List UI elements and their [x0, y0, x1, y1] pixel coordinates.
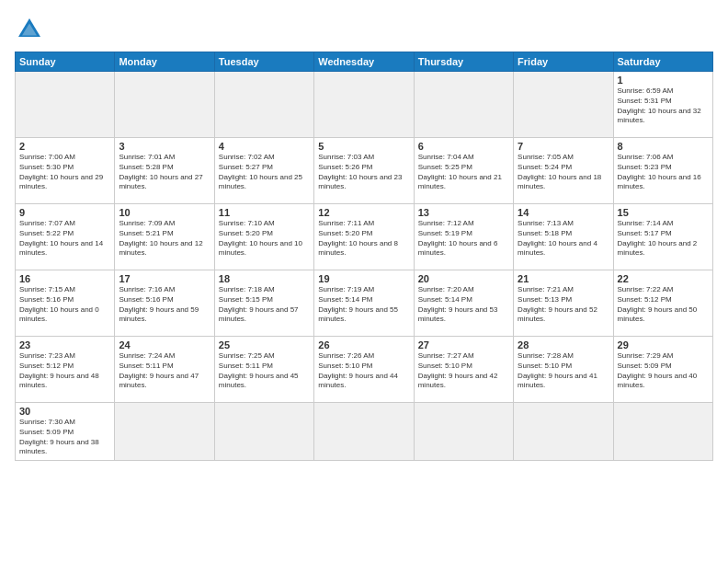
day-cell: 5Sunrise: 7:03 AMSunset: 5:26 PMDaylight… — [314, 138, 414, 204]
day-number: 9 — [19, 207, 110, 218]
day-cell: 28Sunrise: 7:28 AMSunset: 5:10 PMDayligh… — [514, 337, 613, 403]
day-cell: 14Sunrise: 7:13 AMSunset: 5:18 PMDayligh… — [514, 204, 613, 270]
day-cell: 9Sunrise: 7:07 AMSunset: 5:22 PMDaylight… — [16, 204, 115, 270]
day-info: Sunrise: 7:02 AMSunset: 5:27 PMDaylight:… — [219, 153, 310, 192]
day-info: Sunrise: 7:22 AMSunset: 5:12 PMDaylight:… — [618, 285, 709, 325]
day-number: 26 — [318, 339, 409, 350]
day-number: 5 — [318, 141, 409, 152]
day-info: Sunrise: 7:11 AMSunset: 5:20 PMDaylight:… — [318, 219, 409, 259]
day-info: Sunrise: 7:16 AMSunset: 5:16 PMDaylight:… — [119, 285, 210, 325]
day-cell: 19Sunrise: 7:19 AMSunset: 5:14 PMDayligh… — [314, 270, 414, 337]
day-info: Sunrise: 7:15 AMSunset: 5:16 PMDaylight:… — [19, 285, 110, 325]
day-info: Sunrise: 7:23 AMSunset: 5:12 PMDaylight:… — [19, 351, 110, 391]
day-cell — [314, 403, 414, 461]
day-info: Sunrise: 7:18 AMSunset: 5:15 PMDaylight:… — [219, 285, 310, 325]
day-number: 27 — [418, 339, 509, 350]
day-number: 14 — [518, 207, 609, 218]
weekday-wednesday: Wednesday — [314, 52, 414, 72]
day-cell: 30Sunrise: 7:30 AMSunset: 5:09 PMDayligh… — [16, 403, 115, 461]
day-info: Sunrise: 7:07 AMSunset: 5:22 PMDaylight:… — [19, 219, 110, 259]
day-cell: 7Sunrise: 7:05 AMSunset: 5:24 PMDaylight… — [514, 138, 613, 204]
week-row-5: 23Sunrise: 7:23 AMSunset: 5:12 PMDayligh… — [16, 337, 713, 403]
day-cell: 13Sunrise: 7:12 AMSunset: 5:19 PMDayligh… — [414, 204, 513, 270]
day-info: Sunrise: 7:01 AMSunset: 5:28 PMDaylight:… — [119, 153, 210, 192]
day-info: Sunrise: 7:26 AMSunset: 5:10 PMDaylight:… — [318, 351, 409, 391]
day-info: Sunrise: 7:25 AMSunset: 5:11 PMDaylight:… — [219, 351, 310, 391]
day-number: 15 — [618, 207, 709, 218]
day-cell: 20Sunrise: 7:20 AMSunset: 5:14 PMDayligh… — [414, 270, 513, 337]
day-cell — [414, 72, 513, 138]
day-info: Sunrise: 7:09 AMSunset: 5:21 PMDaylight:… — [119, 219, 210, 259]
day-info: Sunrise: 7:30 AMSunset: 5:09 PMDaylight:… — [19, 418, 110, 457]
logo — [15, 15, 48, 44]
weekday-saturday: Saturday — [613, 52, 712, 72]
day-cell: 18Sunrise: 7:18 AMSunset: 5:15 PMDayligh… — [214, 270, 313, 337]
day-cell — [115, 403, 214, 461]
week-row-1: 1Sunrise: 6:59 AMSunset: 5:31 PMDaylight… — [16, 72, 713, 138]
day-info: Sunrise: 7:00 AMSunset: 5:30 PMDaylight:… — [19, 153, 110, 192]
day-number: 6 — [418, 141, 509, 152]
day-cell: 8Sunrise: 7:06 AMSunset: 5:23 PMDaylight… — [613, 138, 712, 204]
week-row-3: 9Sunrise: 7:07 AMSunset: 5:22 PMDaylight… — [16, 204, 713, 270]
day-cell: 15Sunrise: 7:14 AMSunset: 5:17 PMDayligh… — [613, 204, 712, 270]
day-info: Sunrise: 7:12 AMSunset: 5:19 PMDaylight:… — [418, 219, 509, 259]
day-cell: 10Sunrise: 7:09 AMSunset: 5:21 PMDayligh… — [115, 204, 214, 270]
day-cell: 2Sunrise: 7:00 AMSunset: 5:30 PMDaylight… — [16, 138, 115, 204]
week-row-2: 2Sunrise: 7:00 AMSunset: 5:30 PMDaylight… — [16, 138, 713, 204]
day-number: 18 — [219, 273, 310, 284]
day-number: 4 — [219, 141, 310, 152]
day-number: 20 — [418, 273, 509, 284]
day-number: 25 — [219, 339, 310, 350]
day-cell: 22Sunrise: 7:22 AMSunset: 5:12 PMDayligh… — [613, 270, 712, 337]
day-cell: 17Sunrise: 7:16 AMSunset: 5:16 PMDayligh… — [115, 270, 214, 337]
day-cell: 23Sunrise: 7:23 AMSunset: 5:12 PMDayligh… — [16, 337, 115, 403]
day-number: 10 — [119, 207, 210, 218]
day-number: 30 — [19, 406, 110, 417]
day-info: Sunrise: 6:59 AMSunset: 5:31 PMDaylight:… — [618, 86, 709, 126]
week-row-6: 30Sunrise: 7:30 AMSunset: 5:09 PMDayligh… — [16, 403, 713, 461]
day-cell — [115, 72, 214, 138]
day-cell — [514, 403, 613, 461]
day-cell — [214, 403, 313, 461]
day-cell — [214, 72, 313, 138]
day-number: 2 — [19, 141, 110, 152]
day-cell — [514, 72, 613, 138]
day-cell: 12Sunrise: 7:11 AMSunset: 5:20 PMDayligh… — [314, 204, 414, 270]
day-info: Sunrise: 7:03 AMSunset: 5:26 PMDaylight:… — [318, 153, 409, 192]
header — [15, 15, 713, 44]
weekday-monday: Monday — [115, 52, 214, 72]
day-number: 3 — [119, 141, 210, 152]
day-cell: 27Sunrise: 7:27 AMSunset: 5:10 PMDayligh… — [414, 337, 513, 403]
day-cell: 16Sunrise: 7:15 AMSunset: 5:16 PMDayligh… — [16, 270, 115, 337]
day-info: Sunrise: 7:04 AMSunset: 5:25 PMDaylight:… — [418, 153, 509, 192]
day-info: Sunrise: 7:14 AMSunset: 5:17 PMDaylight:… — [618, 219, 709, 259]
day-info: Sunrise: 7:29 AMSunset: 5:09 PMDaylight:… — [618, 351, 709, 391]
logo-icon — [15, 15, 44, 44]
calendar-table: SundayMondayTuesdayWednesdayThursdayFrid… — [15, 52, 713, 461]
day-info: Sunrise: 7:19 AMSunset: 5:14 PMDaylight:… — [318, 285, 409, 325]
day-info: Sunrise: 7:27 AMSunset: 5:10 PMDaylight:… — [418, 351, 509, 391]
day-number: 22 — [618, 273, 709, 284]
weekday-header-row: SundayMondayTuesdayWednesdayThursdayFrid… — [16, 52, 713, 72]
day-number: 16 — [19, 273, 110, 284]
weekday-tuesday: Tuesday — [214, 52, 313, 72]
day-cell: 26Sunrise: 7:26 AMSunset: 5:10 PMDayligh… — [314, 337, 414, 403]
day-number: 12 — [318, 207, 409, 218]
day-info: Sunrise: 7:20 AMSunset: 5:14 PMDaylight:… — [418, 285, 509, 325]
weekday-sunday: Sunday — [16, 52, 115, 72]
day-info: Sunrise: 7:24 AMSunset: 5:11 PMDaylight:… — [119, 351, 210, 391]
day-number: 1 — [618, 75, 709, 86]
day-cell: 1Sunrise: 6:59 AMSunset: 5:31 PMDaylight… — [613, 72, 712, 138]
page: SundayMondayTuesdayWednesdayThursdayFrid… — [0, 0, 728, 563]
day-cell: 11Sunrise: 7:10 AMSunset: 5:20 PMDayligh… — [214, 204, 313, 270]
day-cell: 3Sunrise: 7:01 AMSunset: 5:28 PMDaylight… — [115, 138, 214, 204]
weekday-friday: Friday — [514, 52, 613, 72]
day-number: 24 — [119, 339, 210, 350]
day-number: 29 — [618, 339, 709, 350]
day-cell: 25Sunrise: 7:25 AMSunset: 5:11 PMDayligh… — [214, 337, 313, 403]
day-cell: 6Sunrise: 7:04 AMSunset: 5:25 PMDaylight… — [414, 138, 513, 204]
day-number: 8 — [618, 141, 709, 152]
weekday-thursday: Thursday — [414, 52, 513, 72]
day-number: 23 — [19, 339, 110, 350]
day-info: Sunrise: 7:28 AMSunset: 5:10 PMDaylight:… — [518, 351, 609, 391]
